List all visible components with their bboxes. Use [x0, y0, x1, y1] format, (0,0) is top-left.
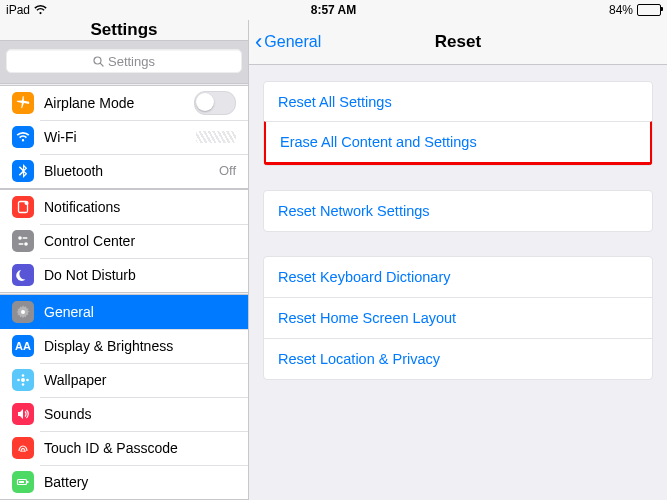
sidebar-group-network: Airplane Mode Wi-Fi Bluetooth Off	[0, 85, 248, 189]
detail-row-label: Reset Home Screen Layout	[278, 310, 456, 326]
sidebar-item-controlcenter[interactable]: Control Center	[0, 224, 248, 258]
sidebar-item-label: Battery	[44, 474, 236, 490]
chevron-left-icon: ‹	[255, 31, 262, 53]
bluetooth-status: Off	[219, 163, 236, 178]
sidebar-item-label: Touch ID & Passcode	[44, 440, 236, 456]
sidebar-item-label: Do Not Disturb	[44, 267, 236, 283]
svg-rect-15	[27, 481, 29, 483]
sidebar-group-general: General AA Display & Brightness Wallpape…	[0, 294, 248, 500]
wifi-settings-icon	[12, 126, 34, 148]
detail-row-label: Reset Network Settings	[278, 203, 430, 219]
controlcenter-icon	[12, 230, 34, 252]
sidebar-item-label: Bluetooth	[44, 163, 219, 179]
sidebar-item-display[interactable]: AA Display & Brightness	[0, 329, 248, 363]
sidebar-item-dnd[interactable]: Do Not Disturb	[0, 258, 248, 292]
gear-icon	[12, 301, 34, 323]
wifi-icon	[34, 5, 47, 15]
display-icon: AA	[12, 335, 34, 357]
sidebar: Settings Settings Airplane Mode	[0, 20, 249, 500]
search-icon	[93, 56, 104, 67]
search-wrap: Settings	[0, 41, 248, 84]
sounds-icon	[12, 403, 34, 425]
detail-row-label: Erase All Content and Settings	[280, 134, 477, 150]
search-placeholder: Settings	[108, 54, 155, 69]
battery-pct-label: 84%	[609, 3, 633, 17]
back-button[interactable]: ‹ General	[255, 20, 321, 64]
sidebar-item-notifications[interactable]: Notifications	[0, 190, 248, 224]
sidebar-item-label: Display & Brightness	[44, 338, 236, 354]
detail-pane: ‹ General Reset Reset All Settings Erase…	[249, 20, 667, 500]
reset-home-button[interactable]: Reset Home Screen Layout	[264, 297, 652, 338]
touchid-icon	[12, 437, 34, 459]
battery-icon	[637, 4, 661, 16]
detail-group-3: Reset Keyboard Dictionary Reset Home Scr…	[263, 256, 653, 380]
sidebar-item-sounds[interactable]: Sounds	[0, 397, 248, 431]
sidebar-title: Settings	[90, 20, 157, 40]
sidebar-item-label: Wallpaper	[44, 372, 236, 388]
sidebar-item-touchid[interactable]: Touch ID & Passcode	[0, 431, 248, 465]
sidebar-item-wifi[interactable]: Wi-Fi	[0, 120, 248, 154]
erase-all-content-button[interactable]: Erase All Content and Settings	[263, 121, 653, 165]
wallpaper-icon	[12, 369, 34, 391]
sidebar-item-general[interactable]: General	[0, 295, 248, 329]
svg-point-9	[21, 378, 25, 382]
notifications-icon	[12, 196, 34, 218]
battery-settings-icon	[12, 471, 34, 493]
svg-rect-16	[19, 481, 24, 483]
sidebar-item-label: Wi-Fi	[44, 129, 196, 145]
moon-icon	[12, 264, 34, 286]
svg-line-1	[100, 63, 103, 66]
svg-point-11	[22, 383, 25, 386]
sidebar-item-airplane[interactable]: Airplane Mode	[0, 86, 248, 120]
clock-label: 8:57 AM	[311, 3, 357, 17]
sidebar-item-label: General	[44, 304, 236, 320]
reset-location-button[interactable]: Reset Location & Privacy	[264, 338, 652, 379]
back-label: General	[264, 33, 321, 51]
svg-point-13	[26, 379, 29, 382]
airplane-icon	[12, 92, 34, 114]
sidebar-item-wallpaper[interactable]: Wallpaper	[0, 363, 248, 397]
sidebar-nav: Settings	[0, 20, 248, 41]
svg-point-3	[25, 201, 29, 205]
svg-point-12	[17, 379, 20, 382]
sidebar-item-label: Notifications	[44, 199, 236, 215]
detail-row-label: Reset Keyboard Dictionary	[278, 269, 450, 285]
detail-group-2: Reset Network Settings	[263, 190, 653, 232]
sidebar-item-battery[interactable]: Battery	[0, 465, 248, 499]
svg-point-10	[22, 374, 25, 377]
detail-row-label: Reset Location & Privacy	[278, 351, 440, 367]
airplane-switch[interactable]	[194, 91, 236, 115]
svg-rect-7	[19, 243, 24, 245]
detail-group-1: Reset All Settings Erase All Content and…	[263, 81, 653, 166]
detail-nav: ‹ General Reset	[249, 20, 667, 65]
svg-point-4	[18, 236, 22, 240]
search-input[interactable]: Settings	[6, 49, 242, 73]
reset-keyboard-button[interactable]: Reset Keyboard Dictionary	[264, 257, 652, 297]
reset-network-button[interactable]: Reset Network Settings	[264, 191, 652, 231]
svg-rect-5	[23, 237, 28, 239]
reset-all-settings-button[interactable]: Reset All Settings	[264, 82, 652, 122]
sidebar-group-notify: Notifications Control Center Do Not Dist…	[0, 189, 248, 293]
detail-row-label: Reset All Settings	[278, 94, 392, 110]
wifi-network-name	[196, 131, 236, 143]
sidebar-item-label: Airplane Mode	[44, 95, 194, 111]
detail-title: Reset	[435, 32, 481, 52]
sidebar-item-bluetooth[interactable]: Bluetooth Off	[0, 154, 248, 188]
sidebar-item-label: Sounds	[44, 406, 236, 422]
bluetooth-icon	[12, 160, 34, 182]
carrier-label: iPad	[6, 3, 30, 17]
sidebar-item-label: Control Center	[44, 233, 236, 249]
svg-point-6	[24, 242, 28, 246]
status-bar: iPad 8:57 AM 84%	[0, 0, 667, 20]
